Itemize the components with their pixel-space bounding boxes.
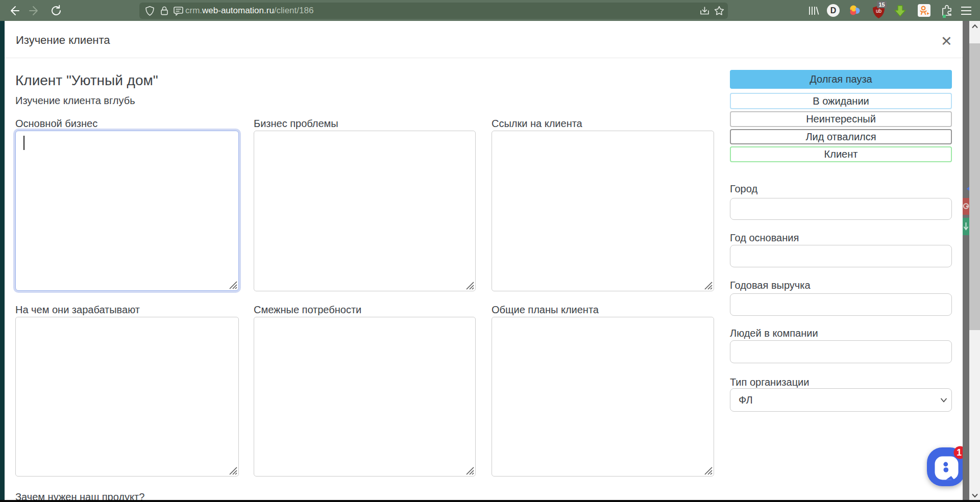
svg-text:ub: ub	[876, 8, 882, 14]
svg-text:1: 1	[957, 447, 962, 458]
